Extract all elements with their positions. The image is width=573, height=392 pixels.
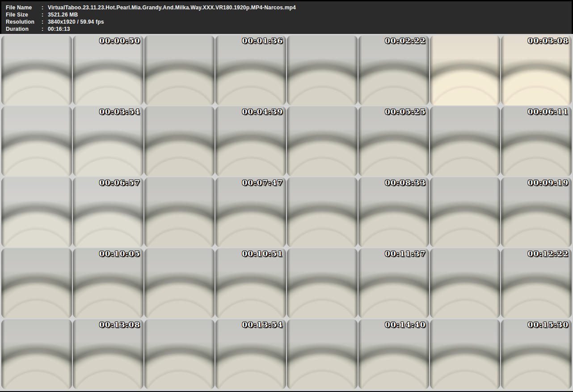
timestamp-overlay: 00:02:22 xyxy=(385,36,426,45)
left-eye-frame xyxy=(144,177,215,247)
thumbnail-grid: 00:00:50 00:01:36 00:02:22 00:03:08 00:0… xyxy=(0,34,573,391)
right-eye-frame xyxy=(358,106,429,176)
right-eye-frame xyxy=(501,319,572,389)
right-eye-frame xyxy=(358,319,429,389)
video-thumbnail: 00:08:33 xyxy=(287,177,429,247)
timestamp-overlay: 00:04:39 xyxy=(242,107,283,116)
timestamp-overlay: 00:14:40 xyxy=(385,320,426,329)
left-eye-frame xyxy=(287,177,358,247)
video-thumbnail: 00:05:25 xyxy=(287,106,429,176)
right-eye-frame xyxy=(358,35,429,105)
timestamp-overlay: 00:09:19 xyxy=(527,178,569,187)
metadata-row: Resolution : 3840x1920 / 59.94 fps xyxy=(6,19,572,26)
left-eye-frame xyxy=(287,35,358,105)
timestamp-overlay: 00:13:54 xyxy=(242,320,283,329)
video-thumbnail: 00:12:22 xyxy=(430,248,572,318)
left-eye-frame xyxy=(1,177,72,247)
right-eye-frame xyxy=(501,35,572,105)
right-eye-frame xyxy=(501,106,572,176)
file-metadata-header: File Name : VirtualTaboo.23.11.23.Hot.Pe… xyxy=(0,0,573,34)
video-contact-sheet: File Name : VirtualTaboo.23.11.23.Hot.Pe… xyxy=(0,0,573,392)
left-eye-frame xyxy=(144,248,215,318)
metadata-separator: : xyxy=(42,12,48,18)
left-eye-frame xyxy=(287,319,358,389)
timestamp-overlay: 00:03:08 xyxy=(527,36,569,45)
right-eye-frame xyxy=(215,106,286,176)
video-thumbnail: 00:04:39 xyxy=(144,106,286,176)
metadata-label: File Size xyxy=(6,12,42,18)
right-eye-frame xyxy=(215,248,286,318)
right-eye-frame xyxy=(358,177,429,247)
metadata-value: 00:16:13 xyxy=(48,26,70,32)
timestamp-overlay: 00:05:25 xyxy=(385,107,426,116)
left-eye-frame xyxy=(144,106,215,176)
timestamp-overlay: 00:10:05 xyxy=(99,249,140,258)
timestamp-overlay: 00:08:33 xyxy=(385,178,426,187)
left-eye-frame xyxy=(430,248,501,318)
left-eye-frame xyxy=(1,35,72,105)
video-thumbnail: 00:13:08 xyxy=(1,319,143,389)
timestamp-overlay: 00:06:57 xyxy=(99,178,140,187)
timestamp-overlay: 00:15:30 xyxy=(527,320,569,329)
timestamp-overlay: 00:12:22 xyxy=(527,249,569,258)
video-thumbnail: 00:06:11 xyxy=(430,106,572,176)
right-eye-frame xyxy=(501,248,572,318)
timestamp-overlay: 00:06:11 xyxy=(527,107,569,116)
video-thumbnail: 00:07:47 xyxy=(144,177,286,247)
right-eye-frame xyxy=(73,177,143,247)
left-eye-frame xyxy=(287,248,358,318)
metadata-separator: : xyxy=(42,19,48,25)
right-eye-frame xyxy=(215,177,286,247)
timestamp-overlay: 00:10:51 xyxy=(242,249,283,258)
left-eye-frame xyxy=(144,319,215,389)
video-thumbnail: 00:01:36 xyxy=(144,35,286,105)
left-eye-frame xyxy=(1,106,72,176)
metadata-row: File Size : 3521.26 MB xyxy=(6,12,572,19)
metadata-separator: : xyxy=(42,4,48,11)
timestamp-overlay: 00:03:54 xyxy=(99,107,140,116)
video-thumbnail: 00:15:30 xyxy=(430,319,572,389)
metadata-label: Resolution xyxy=(6,19,42,25)
right-eye-frame xyxy=(73,319,143,389)
timestamp-overlay: 00:07:47 xyxy=(242,178,283,187)
left-eye-frame xyxy=(287,106,358,176)
metadata-row: Duration : 00:16:13 xyxy=(6,26,572,33)
metadata-value: VirtualTaboo.23.11.23.Hot.Pearl.Mia.Gran… xyxy=(48,4,296,11)
left-eye-frame xyxy=(144,35,215,105)
right-eye-frame xyxy=(501,177,572,247)
video-thumbnail: 00:10:51 xyxy=(144,248,286,318)
metadata-label: Duration xyxy=(6,26,42,32)
video-thumbnail: 00:11:37 xyxy=(287,248,429,318)
video-thumbnail: 00:02:22 xyxy=(287,35,429,105)
metadata-row: File Name : VirtualTaboo.23.11.23.Hot.Pe… xyxy=(6,4,572,12)
left-eye-frame xyxy=(1,319,72,389)
left-eye-frame xyxy=(430,35,501,105)
video-thumbnail: 00:06:57 xyxy=(1,177,143,247)
right-eye-frame xyxy=(358,248,429,318)
metadata-value: 3840x1920 / 59.94 fps xyxy=(48,19,104,25)
video-thumbnail: 00:03:54 xyxy=(1,106,143,176)
left-eye-frame xyxy=(430,106,501,176)
metadata-label: File Name xyxy=(6,4,42,11)
left-eye-frame xyxy=(430,177,501,247)
video-thumbnail: 00:03:08 xyxy=(430,35,572,105)
left-eye-frame xyxy=(1,248,72,318)
timestamp-overlay: 00:11:37 xyxy=(385,249,426,258)
metadata-separator: : xyxy=(42,26,48,32)
metadata-value: 3521.26 MB xyxy=(48,12,78,18)
video-thumbnail: 00:09:19 xyxy=(430,177,572,247)
timestamp-overlay: 00:13:08 xyxy=(99,320,140,329)
video-thumbnail: 00:14:40 xyxy=(287,319,429,389)
timestamp-overlay: 00:00:50 xyxy=(99,36,140,45)
right-eye-frame xyxy=(215,35,286,105)
right-eye-frame xyxy=(73,106,143,176)
video-thumbnail: 00:13:54 xyxy=(144,319,286,389)
video-thumbnail: 00:00:50 xyxy=(1,35,143,105)
left-eye-frame xyxy=(430,319,501,389)
right-eye-frame xyxy=(215,319,286,389)
right-eye-frame xyxy=(73,35,143,105)
video-thumbnail: 00:10:05 xyxy=(1,248,143,318)
timestamp-overlay: 00:01:36 xyxy=(242,36,283,45)
right-eye-frame xyxy=(73,248,143,318)
